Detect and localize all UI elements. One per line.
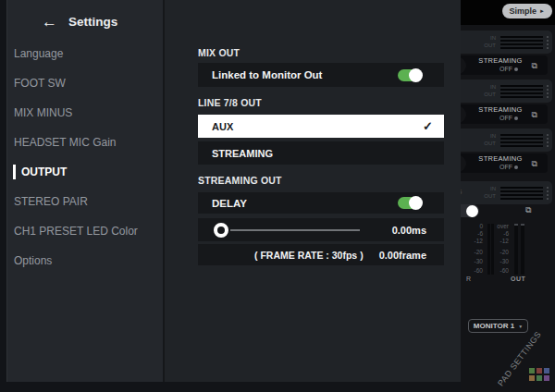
simple-mode-label: Simple — [510, 6, 537, 16]
out-label: OUT — [481, 193, 496, 201]
level-meter-bars — [500, 132, 543, 149]
in-label: IN — [481, 35, 496, 43]
output-meter-block: 0 -6 -12 -20 -30 -60 over -6 -12 -20 -30… — [461, 222, 555, 281]
level-meter-bars — [500, 34, 543, 51]
meter-dots — [547, 187, 549, 200]
delay-slider-track[interactable] — [230, 229, 360, 231]
monitor-select[interactable]: MONITOR 1 ▼ — [468, 319, 528, 333]
mixer-topbar: Simple ► — [461, 0, 555, 25]
in-label: IN — [481, 186, 496, 193]
page-title: Settings — [68, 15, 117, 29]
sidebar-item-options[interactable]: Options — [7, 246, 163, 276]
pad-settings-grid-icon[interactable] — [529, 368, 549, 381]
db-scale-left: 0 -6 -12 -20 -30 -60 — [468, 224, 483, 276]
clipped-label-fragment: R — [466, 276, 471, 282]
sidebar-item-output[interactable]: OUTPUT — [7, 157, 163, 187]
streaming-option-label: STREAMING — [212, 148, 273, 159]
sidebar-item-stereo-pair[interactable]: STEREO PAIR — [7, 187, 163, 216]
toggle-knob — [409, 68, 423, 82]
simple-mode-button[interactable]: Simple ► — [502, 4, 552, 18]
sidebar-item-mix-minus[interactable]: MIX MINUS — [7, 98, 163, 128]
meter-dots — [547, 85, 549, 98]
streaming-label: STREAMING — [478, 155, 522, 164]
chevron-down-icon: ▼ — [518, 324, 523, 329]
delay-slider-handle[interactable] — [214, 223, 228, 238]
sidebar-item-headset-mic-gain[interactable]: HEADSET MIC Gain — [7, 128, 163, 157]
sidebar-item-language[interactable]: Language — [7, 39, 163, 68]
line-78-option-aux[interactable]: AUX ✓ — [198, 115, 444, 138]
out-label: OUT — [481, 43, 496, 50]
sidebar-header: ← Settings — [7, 0, 163, 37]
off-label: OFF — [500, 164, 512, 170]
in-label: IN — [481, 133, 496, 141]
delay-row: DELAY — [198, 192, 444, 214]
clipped-label-fragment: G — [461, 189, 462, 195]
streaming-out-section-title: STREAMING OUT — [198, 175, 282, 186]
streaming-label: STREAMING — [478, 57, 522, 66]
streaming-label: STREAMING — [478, 106, 522, 115]
meter-dots — [547, 134, 549, 147]
frame-rate-row: ( FRAME RATE : 30fps ) 0.00frame — [198, 244, 444, 265]
mix-out-section-title: MIX OUT — [198, 47, 240, 58]
line-78-option-streaming[interactable]: STREAMING — [198, 141, 444, 165]
out-label: OUT — [481, 92, 496, 99]
channel-meter-card: IN OUT — [461, 31, 552, 54]
external-link-icon: ⧉ — [532, 159, 537, 167]
level-meter-bars — [500, 83, 543, 100]
delay-label: DELAY — [212, 198, 247, 209]
out-label: OUT — [481, 141, 496, 148]
status-dot — [514, 116, 518, 120]
settings-main: MIX OUT Linked to Monitor Out LINE 7/8 O… — [165, 0, 461, 382]
knob-notch — [461, 106, 466, 123]
linked-to-monitor-out-row: Linked to Monitor Out — [198, 63, 444, 87]
channel-meter-card: IN OUT — [461, 129, 552, 152]
streaming-off-button[interactable]: STREAMING OFF ⧉ — [461, 153, 548, 173]
sidebar-item-foot-sw[interactable]: FOOT SW — [7, 68, 163, 98]
off-label: OFF — [500, 115, 512, 121]
linked-to-monitor-out-label: Linked to Monitor Out — [212, 69, 322, 80]
in-label: IN — [481, 84, 496, 92]
sidebar-nav: Language FOOT SW MIX MINUS HEADSET MIC G… — [7, 37, 163, 276]
toggle-knob — [409, 196, 423, 210]
toggle-knob — [466, 205, 478, 217]
knob-notch — [461, 57, 466, 74]
db-scale-right: over -6 -12 -20 -30 -60 — [487, 224, 509, 276]
delay-slider-row: 0.00ms — [198, 218, 444, 241]
status-dot — [514, 165, 518, 169]
external-link-icon: ⧉ — [532, 61, 537, 69]
line-78-out-section-title: LINE 7/8 OUT — [198, 97, 262, 108]
streaming-off-button[interactable]: STREAMING OFF ⧉ — [461, 55, 548, 75]
back-arrow-icon[interactable]: ← — [42, 14, 57, 30]
delay-value: 0.00ms — [392, 225, 426, 236]
play-icon: ► — [539, 8, 545, 14]
channel-meter-card: IN OUT — [461, 80, 552, 103]
level-meter-bars — [500, 185, 543, 202]
linked-to-monitor-out-toggle[interactable] — [398, 69, 422, 81]
frame-rate-label: ( FRAME RATE : 30fps ) — [254, 250, 364, 261]
external-link-icon: ⧉ — [525, 205, 531, 215]
mixer-background-panel: Simple ► IN OUT STREAMING OFF ⧉ IN OUT S… — [461, 0, 555, 392]
sidebar-item-ch1-preset-led-color[interactable]: CH1 PRESET LED Color — [7, 216, 163, 246]
knob-notch — [461, 155, 466, 172]
meter-dots — [547, 36, 549, 49]
status-dot — [514, 67, 518, 71]
aux-option-label: AUX — [212, 121, 233, 132]
check-icon: ✓ — [423, 119, 433, 133]
streaming-off-button[interactable]: STREAMING OFF ⧉ — [461, 104, 548, 124]
channel-meter-card: G IN OUT — [461, 181, 552, 204]
meter-bars-right — [514, 224, 527, 275]
fader-toggle[interactable] — [461, 204, 479, 217]
external-link-icon: ⧉ — [532, 110, 537, 118]
settings-panel: ← Settings Language FOOT SW MIX MINUS HE… — [6, 0, 461, 382]
delay-toggle[interactable] — [398, 197, 422, 209]
off-label: OFF — [500, 66, 512, 72]
frame-value: 0.00frame — [379, 250, 426, 261]
settings-sidebar: ← Settings Language FOOT SW MIX MINUS HE… — [7, 0, 165, 382]
out-meter-label: OUT — [511, 276, 525, 282]
